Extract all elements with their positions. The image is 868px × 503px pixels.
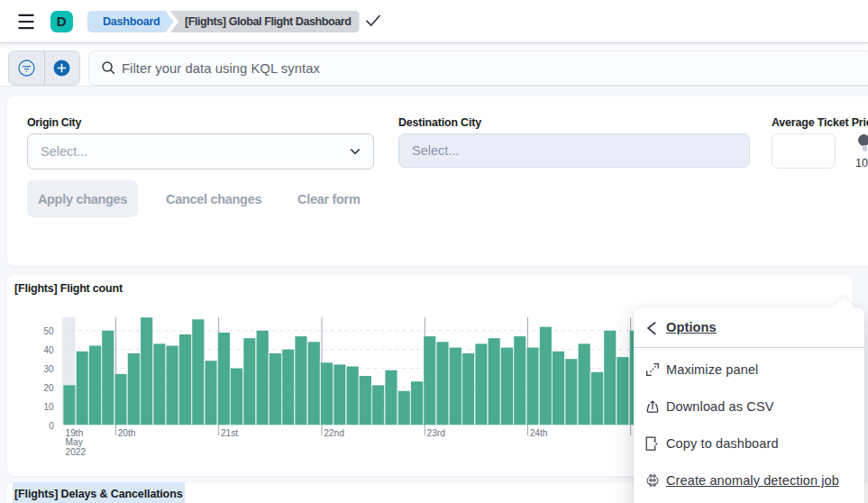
svg-text:0: 0 — [49, 421, 54, 431]
svg-text:40: 40 — [44, 345, 55, 355]
svg-text:20th: 20th — [118, 428, 136, 438]
svg-text:10: 10 — [44, 402, 55, 412]
svg-text:21st: 21st — [221, 428, 238, 438]
svg-text:22nd: 22nd — [324, 428, 344, 438]
svg-text:2022: 2022 — [66, 447, 87, 457]
svg-text:May: May — [66, 437, 84, 447]
svg-text:24th: 24th — [530, 428, 548, 438]
svg-text:30: 30 — [44, 364, 55, 374]
svg-text:50: 50 — [44, 326, 55, 336]
svg-text:19th: 19th — [66, 428, 84, 438]
svg-text:20: 20 — [44, 383, 55, 393]
svg-text:23rd: 23rd — [427, 428, 446, 438]
